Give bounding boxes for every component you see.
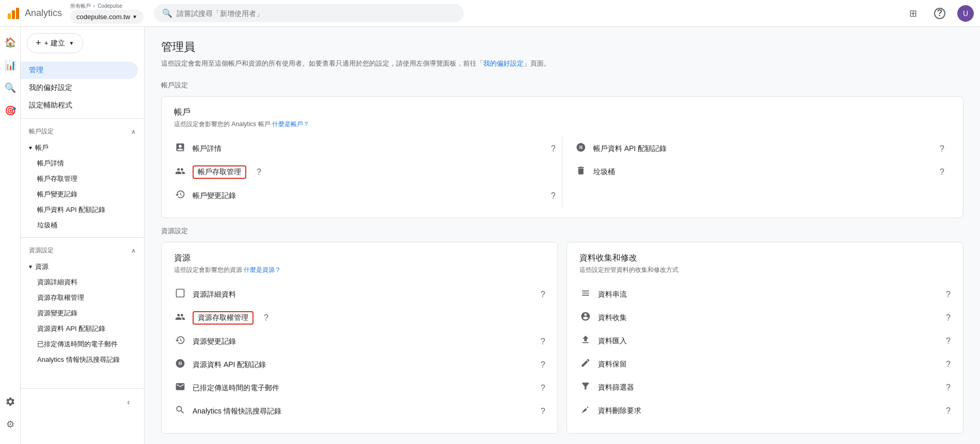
- chevron-down-icon: ▼: [132, 14, 137, 20]
- sidebar-sub-property-changelog[interactable]: 資源變更記錄: [21, 305, 138, 321]
- data-collect-label[interactable]: 資料收集: [598, 313, 936, 323]
- sidebar-sub-account-api[interactable]: 帳戶資料 API 配額記錄: [21, 202, 138, 218]
- dropdown-arrow-icon: ▼: [69, 40, 74, 46]
- property-search-log-icon: [174, 405, 186, 418]
- property-section-header: 資源設定 ∧: [21, 242, 144, 259]
- account-trash-help-icon[interactable]: ?: [940, 167, 944, 177]
- account-access-label[interactable]: 帳戶存取管理: [198, 167, 241, 177]
- data-retention-label[interactable]: 資料保留: [598, 360, 936, 369]
- help-button[interactable]: ?: [930, 4, 949, 23]
- property-search-log-label[interactable]: Analytics 情報快訊搜尋記錄: [193, 407, 530, 416]
- property-access-highlight-box: 資源存取權管理: [193, 311, 254, 325]
- data-stream-item: 資料串流 ?: [579, 283, 951, 306]
- property-settings-label: 資源設定: [161, 226, 963, 236]
- data-import-help-icon[interactable]: ?: [946, 336, 951, 346]
- data-collection-card: 資料收集和修改 這些設定控管資料的收集和修改方式 資料串流 ?: [566, 242, 963, 434]
- sidebar-item-setup[interactable]: 設定輔助程式: [21, 97, 138, 114]
- property-card-subtitle: 這些設定會影響您的資源 什麼是資源？: [174, 266, 545, 274]
- property-tree-label: 資源: [35, 262, 49, 271]
- preferences-link[interactable]: 我的偏好設定: [483, 59, 524, 67]
- domain-selector-button[interactable]: codepulse.com.tw ▼: [70, 10, 144, 24]
- account-access-help-icon[interactable]: ?: [257, 167, 261, 177]
- account-trash-label[interactable]: 垃圾桶: [593, 167, 929, 177]
- svg-rect-1: [12, 10, 15, 19]
- data-filter-label[interactable]: 資料篩選器: [598, 383, 936, 392]
- account-detail-label[interactable]: 帳戶詳情: [193, 144, 541, 154]
- property-search-log-help-icon[interactable]: ?: [541, 407, 545, 416]
- sidebar-property-tree[interactable]: ▾ 資源: [21, 259, 144, 274]
- create-button[interactable]: + + 建立 ▼: [27, 33, 83, 53]
- sidebar-item-preferences[interactable]: 我的偏好設定: [21, 79, 138, 97]
- property-email-label[interactable]: 已排定傳送時間的電子郵件: [193, 384, 530, 393]
- account-card-title: 帳戶: [174, 107, 951, 118]
- account-card: 帳戶 這些設定會影響您的 Analytics 帳戶 什麼是帳戶？ 帳戶詳情 ?: [161, 96, 963, 218]
- data-retention-help-icon[interactable]: ?: [946, 360, 951, 369]
- property-changelog-help-icon[interactable]: ?: [541, 337, 545, 346]
- sidebar-sub-account-trash[interactable]: 垃圾桶: [21, 218, 138, 233]
- data-filter-icon: [579, 381, 592, 394]
- sidebar-sub-account-detail[interactable]: 帳戶詳情: [21, 156, 138, 171]
- icon-rail: 🏠 📊 🔍 🎯 ⚙: [0, 27, 21, 444]
- data-collect-help-icon[interactable]: ?: [946, 313, 951, 323]
- property-api-label[interactable]: 資源資料 API 配額記錄: [193, 360, 530, 370]
- account-detail-help-icon[interactable]: ?: [551, 144, 556, 154]
- account-card-subtitle: 這些設定會影響您的 Analytics 帳戶 什麼是帳戶？: [174, 120, 951, 129]
- property-card: 資源 這些設定會影響您的資源 什麼是資源？ 資源詳細資料 ?: [161, 242, 558, 434]
- what-is-property-link[interactable]: 什麼是資源？: [244, 266, 281, 273]
- data-filter-help-icon[interactable]: ?: [946, 383, 951, 392]
- data-collection-col: 資料串流 ? 資料收集 ? 資料匯入: [579, 283, 951, 422]
- property-api-help-icon[interactable]: ?: [541, 360, 545, 370]
- what-is-account-link[interactable]: 什麼是帳戶？: [272, 120, 309, 128]
- account-changelog-item: 帳戶變更記錄 ?: [174, 184, 556, 207]
- app-logo: Analytics: [6, 6, 62, 21]
- user-avatar[interactable]: U: [957, 5, 974, 22]
- account-item-detail: 帳戶詳情 ?: [174, 137, 556, 160]
- sidebar-sub-property-access[interactable]: 資源存取權管理: [21, 290, 138, 305]
- rail-settings-bottom-icon[interactable]: ⚙: [1, 415, 20, 434]
- account-trash-item: 垃圾桶 ?: [575, 160, 944, 183]
- property-access-label[interactable]: 資源存取權管理: [198, 313, 248, 323]
- property-detail-help-icon[interactable]: ?: [541, 290, 545, 299]
- data-collect-icon: [579, 311, 592, 324]
- svg-rect-3: [177, 289, 184, 297]
- account-section-chevron-icon[interactable]: ∧: [131, 128, 136, 135]
- rail-explore-icon[interactable]: 🔍: [1, 79, 20, 97]
- data-stream-label[interactable]: 資料串流: [598, 290, 936, 299]
- data-retention-icon: [579, 358, 592, 371]
- sidebar-sub-property-detail[interactable]: 資源詳細資料: [21, 274, 138, 290]
- sidebar-sub-account-access[interactable]: 帳戶存取管理: [21, 171, 138, 187]
- property-section-chevron-icon[interactable]: ∧: [131, 247, 136, 254]
- data-delete-help-icon[interactable]: ?: [946, 406, 951, 416]
- sidebar-admin-label: 管理: [29, 66, 43, 75]
- sidebar-collapse-button[interactable]: ‹: [119, 393, 138, 411]
- property-changelog-label[interactable]: 資源變更記錄: [193, 337, 530, 346]
- account-access-highlight-box: 帳戶存取管理: [193, 165, 246, 179]
- sidebar-sub-account-changelog[interactable]: 帳戶變更記錄: [21, 187, 138, 202]
- rail-reports-icon[interactable]: 📊: [1, 56, 20, 74]
- data-delete-label[interactable]: 資料刪除要求: [598, 406, 936, 416]
- search-input[interactable]: [177, 9, 455, 18]
- rail-home-icon[interactable]: 🏠: [1, 33, 20, 52]
- property-detail-label[interactable]: 資源詳細資料: [193, 290, 530, 299]
- rail-admin-icon[interactable]: [1, 392, 20, 411]
- data-import-label[interactable]: 資料匯入: [598, 336, 936, 346]
- account-changelog-help-icon[interactable]: ?: [551, 191, 556, 201]
- property-email-help-icon[interactable]: ?: [541, 384, 545, 393]
- sidebar-divider-2: [21, 237, 144, 238]
- search-icon: 🔍: [162, 8, 172, 18]
- account-changelog-label[interactable]: 帳戶變更記錄: [193, 191, 541, 201]
- account-card-col2: 帳戶資料 API 配額記錄 ? 垃圾桶 ?: [562, 137, 951, 207]
- account-api-label[interactable]: 帳戶資料 API 配額記錄: [593, 144, 929, 154]
- account-api-help-icon[interactable]: ?: [940, 144, 944, 154]
- sidebar-sub-property-api[interactable]: 資源資料 API 配額記錄: [21, 321, 138, 336]
- property-access-help-icon[interactable]: ?: [264, 313, 268, 323]
- rail-advertising-icon[interactable]: 🎯: [1, 101, 20, 120]
- page-title: 管理員: [161, 39, 963, 55]
- sidebar-account-tree[interactable]: ▾ 帳戶: [21, 140, 144, 156]
- data-stream-help-icon[interactable]: ?: [946, 290, 951, 299]
- apps-grid-button[interactable]: ⊞: [904, 4, 922, 23]
- sidebar-item-admin[interactable]: 管理: [21, 62, 138, 79]
- sidebar-sub-property-email[interactable]: 已排定傳送時間的電子郵件: [21, 336, 138, 352]
- sidebar-sub-property-search-log[interactable]: Analytics 情報快訊搜尋記錄: [21, 352, 138, 368]
- property-cards-grid: 資源 這些設定會影響您的資源 什麼是資源？ 資源詳細資料 ?: [161, 242, 963, 442]
